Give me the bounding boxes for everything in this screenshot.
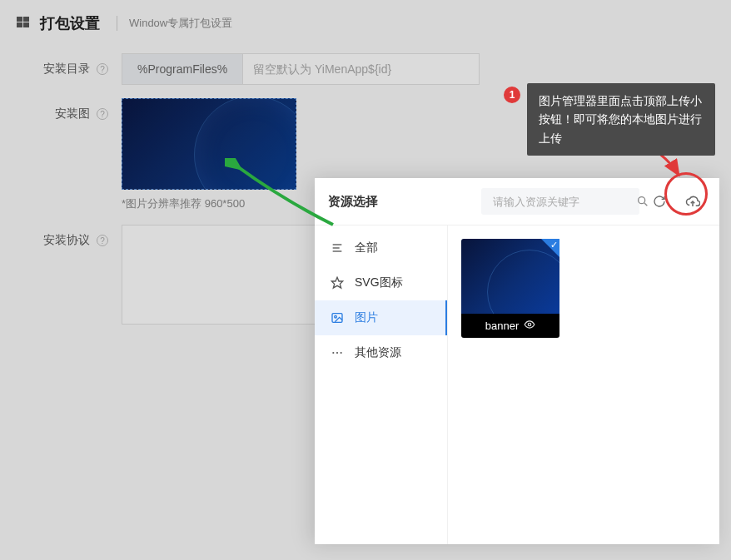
- windows-icon: [17, 16, 30, 32]
- svg-point-14: [341, 352, 342, 354]
- resource-panel-title: 资源选择: [328, 194, 378, 210]
- path-prefix: %ProgramFiles%: [122, 53, 242, 85]
- page-title: 打包设置: [40, 13, 100, 33]
- asset-label: banner: [461, 314, 559, 338]
- svg-rect-1: [23, 17, 29, 22]
- category-other[interactable]: 其他资源: [315, 335, 447, 370]
- svg-rect-2: [17, 22, 22, 27]
- help-icon[interactable]: ?: [97, 108, 108, 120]
- svg-rect-3: [23, 22, 29, 27]
- upload-button[interactable]: [679, 188, 706, 215]
- svg-rect-0: [17, 17, 22, 22]
- svg-point-15: [528, 323, 531, 326]
- eye-icon[interactable]: [524, 319, 535, 333]
- svg-point-4: [639, 197, 645, 204]
- install-image-hint: *图片分辨率推荐 960*500: [122, 196, 296, 211]
- install-dir-input[interactable]: [242, 53, 480, 85]
- svg-point-13: [336, 352, 338, 354]
- install-dir-group: %ProgramFiles%: [122, 53, 480, 85]
- search-box: [481, 188, 639, 215]
- list-icon: [330, 240, 345, 255]
- label-install-agreement: 安装协议 ?: [17, 225, 108, 248]
- star-icon: [330, 275, 345, 290]
- svg-point-12: [332, 352, 334, 354]
- more-icon: [330, 345, 345, 360]
- page-subtitle: Window专属打包设置: [117, 16, 232, 31]
- category-all[interactable]: 全部: [315, 230, 447, 265]
- image-icon: [330, 310, 345, 325]
- category-svg[interactable]: SVG图标: [315, 265, 447, 300]
- label-install-image: 安装图 ?: [17, 98, 108, 121]
- help-icon[interactable]: ?: [97, 63, 108, 75]
- install-image-preview[interactable]: [122, 98, 296, 190]
- asset-grid: banner: [448, 225, 719, 544]
- asset-item-banner[interactable]: banner: [461, 239, 559, 338]
- svg-point-11: [335, 315, 337, 318]
- page-header: 打包设置 Window专属打包设置: [0, 0, 731, 47]
- refresh-button[interactable]: [646, 188, 673, 215]
- label-install-dir: 安装目录 ?: [17, 53, 108, 77]
- step-badge: 1: [504, 87, 520, 103]
- resource-panel-header: 资源选择: [315, 178, 719, 225]
- resource-panel: 资源选择 全部 SVG图标: [315, 178, 719, 544]
- help-icon[interactable]: ?: [97, 235, 108, 246]
- category-image[interactable]: 图片: [315, 300, 447, 335]
- svg-marker-9: [331, 277, 342, 288]
- check-icon: [541, 239, 559, 257]
- search-input[interactable]: [490, 189, 636, 215]
- category-list: 全部 SVG图标 图片 其他资源: [315, 225, 448, 544]
- tooltip-text: 图片管理器里面点击顶部上传小按钮！即可将您的本地图片进行上传: [527, 83, 715, 156]
